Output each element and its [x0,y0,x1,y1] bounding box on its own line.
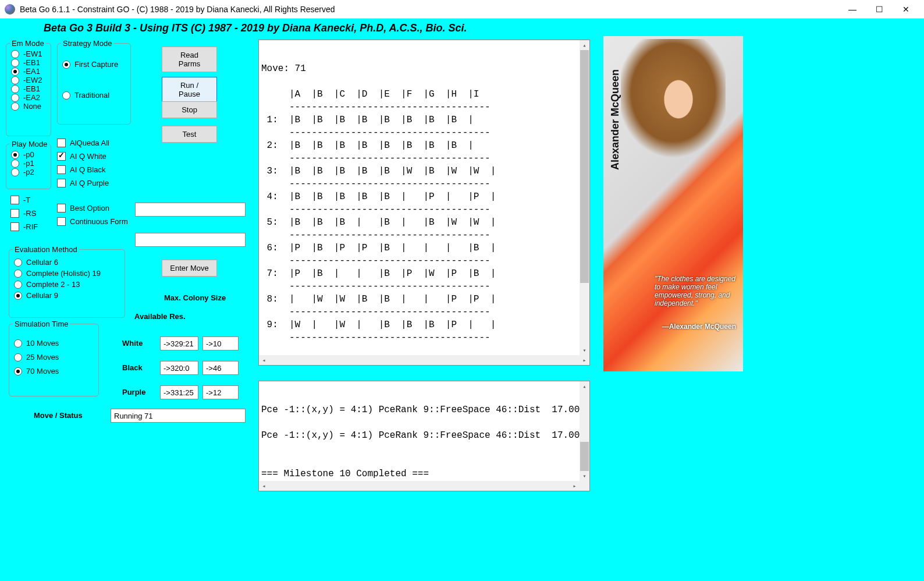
playMode-option[interactable]: -p2 [11,168,46,176]
log-scroll-v[interactable]: ▴ ▾ [580,381,589,481]
check-continuous-form[interactable]: Continuous Form [57,217,128,226]
check-aiq-black[interactable]: AI Q Black [57,165,128,174]
scroll-left-icon[interactable]: ◂ [259,481,269,491]
strategyMode-option[interactable]: First Capture [62,60,126,69]
purple-label: Purple [122,388,145,396]
emMode-option[interactable]: -EB1 [11,58,46,67]
scroll-right-icon[interactable]: ▸ [580,355,589,365]
window-controls: — ☐ ✕ [839,0,919,19]
white-res-a[interactable] [160,336,198,350]
log-panel: Pce -1::(x,y) = 4:1) PceRank 9::FreeSpac… [258,381,590,491]
titlebar: Beta Go 6.1.1 - Constraint GO - (C) 1988… [0,0,924,19]
purple-res-b[interactable] [202,385,239,399]
maximize-button[interactable]: ☐ [866,0,893,19]
evalMethod-option[interactable]: Complete 2 - 13 [14,280,120,289]
input-line-1[interactable] [135,203,246,217]
evalMethod-option[interactable]: Cellular 6 [14,258,120,267]
run-pause-button[interactable]: Run / Pause [162,77,217,102]
black-res-a[interactable] [160,361,198,375]
stop-button[interactable]: Stop [162,101,217,118]
check-best-option[interactable]: Best Option [57,204,128,212]
evalMethod-option[interactable]: Cellular 9 [14,291,120,300]
eval-method-title: Evaluation Method [13,245,79,254]
enter-move-button[interactable]: Enter Move [162,260,217,277]
eval-method-group: Evaluation Method Cellular 6Complete (Ho… [9,249,125,318]
playMode-option[interactable]: -p0 [11,150,46,159]
scroll-right-icon[interactable]: ▸ [570,481,580,491]
sim-time-title: Simulation Time [13,320,70,328]
black-label: Black [122,363,143,372]
client-area: Beta Go 3 Build 3 - Using ITS (C) 1987 -… [0,19,924,581]
strategy-mode-title: Strategy Mode [61,39,114,48]
strategyMode-option[interactable]: Traditional [62,91,126,100]
header-label: Beta Go 3 Build 3 - Using ITS (C) 1987 -… [44,22,467,34]
max-colony-label: Max. Colony Size [164,293,226,302]
white-label: White [122,339,143,348]
check-rs[interactable]: -RS [10,209,38,218]
read-parms-button[interactable]: Read Parms [162,47,217,72]
scroll-down-icon[interactable]: ▾ [580,471,589,481]
simTime-option[interactable]: 70 Moves [14,367,94,375]
board-text: Move: 71 |A |B |C |D |E |F |G |H |I ----… [259,61,589,345]
sim-time-group: Simulation Time 10 Moves25 Moves70 Moves [9,324,99,396]
image-signature: —Alexander McQueen [662,323,736,331]
flag-checks: -T -RS -RIF [10,191,38,236]
close-button[interactable]: ✕ [893,0,919,19]
scroll-up-icon[interactable]: ▴ [580,40,589,50]
check-t[interactable]: -T [10,196,38,204]
emMode-option[interactable]: -EA2 [11,93,46,102]
play-mode-group: Play Mode -p0-p1-p2 [6,144,51,189]
scroll-up-icon[interactable]: ▴ [580,381,589,391]
minimize-button[interactable]: — [839,0,866,19]
emMode-option[interactable]: -EW1 [11,49,46,58]
check-rif[interactable]: -RIF [10,222,38,231]
emMode-option[interactable]: -EA1 [11,67,46,76]
window-title: Beta Go 6.1.1 - Constraint GO - (C) 1988… [20,5,839,14]
avail-res-label: Available Res. [134,312,186,321]
white-res-b[interactable] [202,336,239,350]
image-brand: Alexander McQueen [609,69,621,170]
board-scroll-v[interactable]: ▴ ▾ [580,40,589,355]
emMode-option[interactable]: -EB1 [11,84,46,93]
evalMethod-option[interactable]: Complete (Holistic) 19 [14,269,120,278]
input-line-2[interactable] [135,233,246,247]
emMode-option[interactable]: None [11,102,46,111]
black-res-b[interactable] [202,361,239,375]
playMode-option[interactable]: -p1 [11,159,46,168]
log-scroll-h[interactable]: ◂ ▸ [259,481,589,491]
board-panel: Move: 71 |A |B |C |D |E |F |G |H |I ----… [258,40,590,366]
emMode-option[interactable]: -EW2 [11,76,46,84]
scroll-left-icon[interactable]: ◂ [259,355,269,365]
simTime-option[interactable]: 25 Moves [14,353,94,362]
play-mode-title: Play Mode [10,140,49,148]
check-aiq-purple[interactable]: AI Q Purple [57,179,128,187]
check-aiq-white[interactable]: AI Q White [57,152,128,161]
ai-checks: AlQueda All AI Q White AI Q Black AI Q P… [57,134,128,231]
strategy-mode-group: Strategy Mode First CaptureTraditional [57,43,131,125]
board-scroll-h[interactable]: ◂ ▸ [259,355,589,365]
app-icon [5,4,15,15]
scroll-down-icon[interactable]: ▾ [580,345,589,355]
test-button[interactable]: Test [162,126,217,143]
image-panel: Alexander McQueen "The clothes are desig… [603,36,743,371]
move-status-label: Move / Status [34,411,83,420]
image-quote: "The clothes are designed to make women … [655,275,736,307]
check-alq-all[interactable]: AlQueda All [57,139,128,147]
em-mode-group: Em Mode -EW1-EB1-EA1-EW2-EB1-EA2None [6,43,51,136]
status-field[interactable] [111,409,246,423]
em-mode-title: Em Mode [10,39,46,48]
simTime-option[interactable]: 10 Moves [14,339,94,348]
purple-res-a[interactable] [160,385,198,399]
log-text: Pce -1::(x,y) = 4:1) PceRank 9::FreeSpac… [259,402,589,481]
image-illustration: Alexander McQueen "The clothes are desig… [603,36,743,371]
